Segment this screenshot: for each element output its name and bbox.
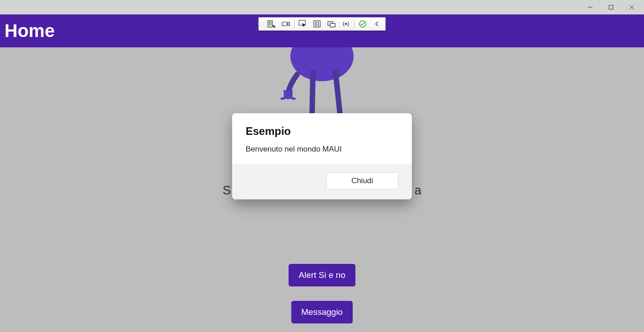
- svg-rect-15: [330, 23, 335, 27]
- hot-reload-ok-icon[interactable]: [355, 18, 370, 30]
- dialog-footer: Chiudi: [232, 165, 412, 199]
- collapse-icon[interactable]: [370, 18, 384, 30]
- toolbar-drag-handle[interactable]: [260, 18, 263, 29]
- dialog-close-button[interactable]: Chiudi: [326, 172, 398, 189]
- svg-rect-12: [314, 21, 320, 27]
- toolbar-separator: [294, 19, 294, 28]
- toolbar-separator: [354, 19, 355, 28]
- svg-rect-13: [316, 23, 318, 25]
- alert-dialog: Esempio Benvenuto nel mondo MAUI Chiudi: [232, 113, 412, 199]
- debug-toolbar[interactable]: [258, 17, 386, 31]
- select-element-icon[interactable]: [295, 18, 310, 30]
- track-focused-icon[interactable]: [324, 18, 339, 30]
- svg-rect-10: [282, 22, 287, 26]
- svg-rect-6: [268, 21, 272, 27]
- app-window: Home Applicazione MAUI S a: [0, 0, 644, 332]
- dialog-body: Esempio Benvenuto nel mondo MAUI: [232, 113, 412, 165]
- svg-point-16: [345, 23, 347, 25]
- dialog-title: Esempio: [246, 125, 398, 138]
- record-icon[interactable]: [279, 18, 293, 30]
- xaml-binding-icon[interactable]: [339, 18, 353, 30]
- display-layout-adorners-icon[interactable]: [310, 18, 324, 30]
- live-visual-tree-icon[interactable]: [264, 18, 279, 30]
- dialog-message: Benvenuto nel mondo MAUI: [246, 145, 398, 154]
